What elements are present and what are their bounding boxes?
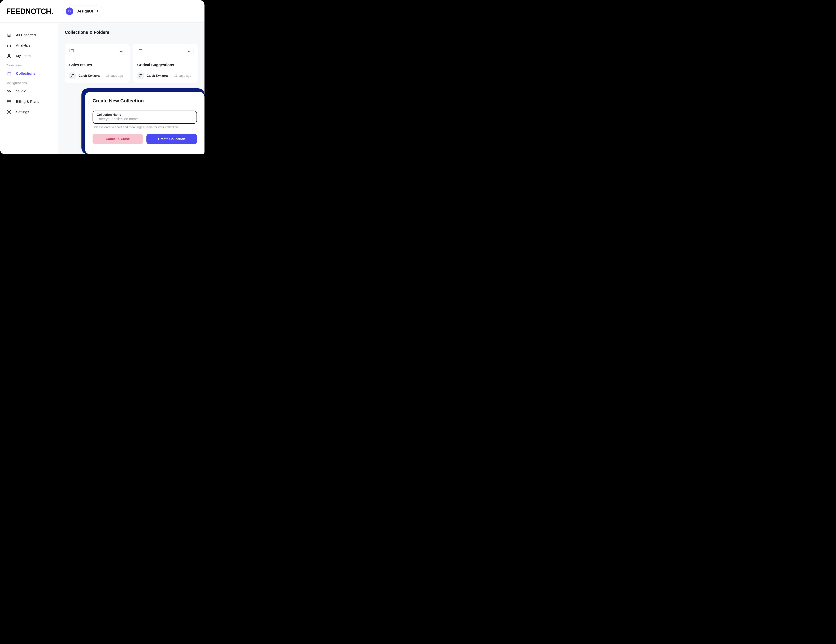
sidebar-item-collections[interactable]: Collections	[5, 68, 54, 78]
card-header	[137, 48, 194, 55]
create-collection-button[interactable]: Create Collection	[147, 134, 197, 144]
create-collection-modal: Create New Collection Collection Name Pl…	[85, 92, 204, 154]
cancel-button[interactable]: Cancel & Close	[93, 134, 143, 144]
card-title: Critical Suggestions	[137, 63, 194, 67]
user-icon	[7, 53, 11, 58]
card-time: 16 days ago	[106, 74, 123, 78]
bar-chart-icon	[7, 43, 11, 48]
card-meta: Caleb Kwizera 16 days ago	[69, 72, 126, 79]
avatar	[137, 72, 144, 79]
gear-icon	[7, 110, 11, 114]
sidebar-item-billing[interactable]: Billing & Plans	[5, 96, 54, 107]
svg-rect-2	[7, 100, 11, 103]
project-switcher[interactable]: D DesignUi ▲▼	[63, 5, 103, 17]
sidebar-item-settings[interactable]: Settings	[5, 107, 54, 117]
sidebar-item-all-unsorted[interactable]: All Unsorted	[5, 30, 54, 40]
collection-name-input[interactable]	[97, 117, 193, 121]
svg-point-4	[71, 74, 73, 75]
sidebar-item-label: My Team	[16, 54, 31, 58]
sidebar-item-analytics[interactable]: Analytics	[5, 40, 54, 51]
sidebar-item-label: Billing & Plans	[16, 100, 39, 104]
chevron-up-down-icon: ▲▼	[96, 10, 99, 13]
modal-backdrop: Create New Collection Collection Name Pl…	[82, 88, 204, 154]
project-badge: D	[66, 7, 73, 15]
folder-icon	[7, 71, 11, 76]
sidebar-item-label: Analytics	[16, 43, 31, 47]
more-horizontal-icon	[120, 51, 123, 52]
modal-title: Create New Collection	[93, 98, 197, 104]
collection-card[interactable]: Critical Suggestions Caleb Kwizera 16 da…	[133, 44, 198, 83]
sidebar-item-label: Collections	[16, 71, 36, 75]
header: FEEDNOTCH. D DesignUi ▲▼	[0, 0, 204, 23]
modal-actions: Cancel & Close Create Collection	[93, 134, 197, 144]
folder-icon	[69, 48, 74, 53]
card-more-button[interactable]	[118, 48, 126, 55]
separator-dot-icon	[103, 75, 103, 76]
sidebar-section-collections: Collections	[5, 61, 54, 68]
card-time: 16 days ago	[174, 74, 191, 78]
card-meta: Caleb Kwizera 16 days ago	[137, 72, 194, 79]
folder-icon	[137, 48, 142, 53]
sidebar-item-studio[interactable]: Studio	[5, 86, 54, 96]
more-horizontal-icon	[188, 51, 191, 52]
inbox-icon	[7, 33, 11, 38]
collection-card[interactable]: Sales Issues Caleb Kwizera 16 days ago	[65, 44, 130, 83]
credit-card-icon	[7, 99, 11, 104]
separator-dot-icon	[170, 75, 171, 76]
sidebar-item-label: Studio	[16, 89, 26, 93]
sidebar-item-label: All Unsorted	[16, 33, 36, 37]
card-author: Caleb Kwizera	[78, 74, 100, 78]
sidebar-item-my-team[interactable]: My Team	[5, 51, 54, 61]
page-title: Collections & Folders	[65, 30, 198, 35]
sidebar: All Unsorted Analytics My Team Collectio…	[0, 23, 58, 154]
project-name: DesignUi	[77, 9, 93, 13]
svg-point-5	[139, 74, 141, 75]
field-helper-text: Please enter a short and meaningful name…	[93, 126, 197, 129]
card-title: Sales Issues	[69, 63, 126, 67]
card-author: Caleb Kwizera	[147, 74, 168, 78]
card-header	[69, 48, 126, 55]
avatar	[69, 72, 76, 79]
svg-point-1	[8, 54, 10, 56]
collection-name-field[interactable]: Collection Name	[93, 111, 197, 124]
tools-icon	[7, 89, 11, 93]
cards-row: Sales Issues Caleb Kwizera 16 days ago	[65, 44, 198, 83]
sidebar-item-label: Settings	[16, 110, 29, 114]
svg-point-3	[8, 111, 10, 113]
sidebar-section-configurations: Configurations	[5, 78, 54, 86]
card-more-button[interactable]	[186, 48, 194, 55]
field-label: Collection Name	[97, 113, 193, 117]
app-window: FEEDNOTCH. D DesignUi ▲▼ All Unsorted	[0, 0, 204, 154]
app-logo: FEEDNOTCH.	[6, 7, 53, 16]
